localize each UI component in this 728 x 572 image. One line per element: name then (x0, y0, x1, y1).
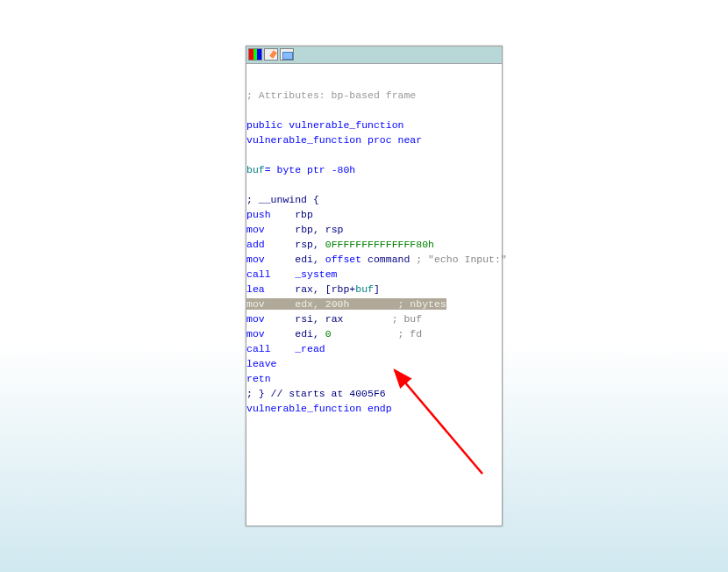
operand: rsp, (265, 239, 325, 250)
buf-definition: buf= byte ptr -80h (246, 162, 502, 177)
proc-declaration: vulnerable_function proc near (246, 132, 502, 147)
function-name: vulnerable_function (246, 134, 361, 146)
buf-label: buf (246, 164, 265, 175)
retn-instruction: retn (246, 371, 502, 386)
end-comment: ; } // starts at 4005F6 (246, 386, 502, 401)
empty-line (246, 103, 502, 118)
operand: rax, [rbp+ (265, 283, 356, 295)
disassembly-window: ; Attributes: bp-based frame public vuln… (246, 46, 503, 526)
operand: rsi, rax (265, 313, 392, 325)
highlighted-mov-instruction: mov edx, 200h ; nbytes (246, 297, 502, 311)
mnemonic: mov (246, 254, 265, 265)
proc-near: proc near (368, 134, 422, 146)
graph-icon[interactable] (280, 48, 294, 61)
push-instruction: push rbp (246, 207, 502, 222)
constant: 0 (325, 328, 332, 340)
titlebar-buttons (248, 48, 500, 61)
operand: rbp (271, 209, 313, 220)
lea-instruction: lea rax, [rbp+buf] (246, 282, 502, 297)
spacer (246, 64, 502, 88)
target: _read (271, 343, 325, 354)
operand: edi, (265, 328, 325, 340)
call-instruction: call _system (246, 267, 502, 282)
function-name: vulnerable_function (289, 119, 403, 131)
window-titlebar (246, 46, 502, 64)
public-declaration: public vulnerable_function (246, 118, 502, 132)
empty-line (246, 177, 502, 192)
buf-ref: buf (355, 283, 374, 295)
attributes-comment: ; Attributes: bp-based frame (246, 88, 502, 103)
call-instruction: call _read (246, 341, 502, 356)
public-keyword: public (246, 119, 282, 131)
offset-keyword: offset (325, 254, 361, 265)
buf-def: = byte ptr -80h (265, 164, 356, 175)
comment: ; buf (392, 313, 423, 325)
constant: 200h (325, 298, 350, 310)
comment: ; fd (398, 328, 423, 340)
mov-instruction: mov rsi, rax ; buf (246, 311, 502, 326)
mnemonic: call (246, 268, 271, 280)
mov-instruction: mov rbp, rsp (246, 222, 502, 237)
edit-icon[interactable] (264, 48, 278, 61)
target: _system (271, 268, 338, 280)
endp-keyword: endp (368, 403, 392, 414)
operand: ] (374, 283, 380, 295)
empty-line (246, 147, 502, 162)
mnemonic: lea (246, 283, 265, 295)
add-instruction: add rsp, 0FFFFFFFFFFFFFF80h (246, 237, 502, 252)
mnemonic: mov (246, 313, 265, 325)
unwind-comment: ; __unwind { (246, 192, 502, 207)
operand: rbp, rsp (265, 224, 344, 235)
mnemonic: mov (246, 328, 265, 340)
mnemonic: mov (246, 224, 265, 235)
spacer (332, 328, 398, 340)
mov-instruction: mov edi, offset command ; "echo Input:" (246, 252, 502, 267)
leave-instruction: leave (246, 356, 502, 371)
operand: edi, (265, 254, 325, 265)
operand: edx, (265, 298, 325, 310)
mnemonic: call (246, 343, 271, 354)
operand: command (361, 254, 416, 265)
disassembly-content[interactable]: ; Attributes: bp-based frame public vuln… (246, 64, 502, 416)
constant: 0FFFFFFFFFFFFFF80h (325, 239, 434, 250)
mov-instruction: mov edi, 0 ; fd (246, 326, 502, 341)
mnemonic: mov (246, 298, 265, 310)
mnemonic: push (246, 209, 271, 220)
colors-icon[interactable] (248, 48, 262, 61)
mnemonic: add (246, 239, 265, 250)
spacer (349, 298, 397, 310)
comment: ; nbytes (398, 298, 446, 310)
endp-declaration: vulnerable_function endp (246, 401, 502, 416)
comment: ; "echo Input:" (416, 254, 507, 265)
function-name: vulnerable_function (246, 403, 361, 414)
